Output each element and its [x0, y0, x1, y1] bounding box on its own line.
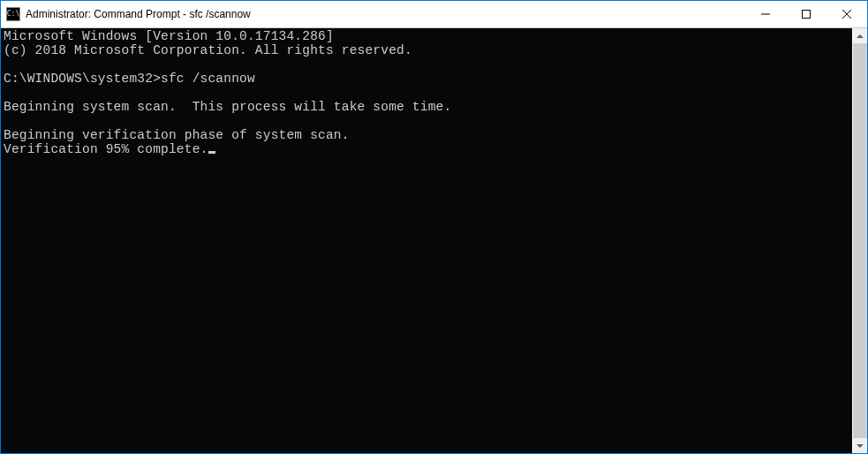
- cmd-icon-text: C:\: [7, 11, 19, 18]
- terminal-line: Microsoft Windows [Version 10.0.17134.28…: [4, 29, 334, 43]
- titlebar[interactable]: C:\ Administrator: Command Prompt - sfc …: [1, 1, 867, 27]
- close-button[interactable]: [826, 1, 867, 27]
- svg-rect-1: [803, 11, 811, 19]
- maximize-button[interactable]: [786, 1, 826, 27]
- command-prompt-window: C:\ Administrator: Command Prompt - sfc …: [0, 0, 868, 454]
- scroll-track[interactable]: [853, 43, 867, 438]
- terminal-line: Beginning system scan. This process will…: [4, 100, 451, 114]
- vertical-scrollbar[interactable]: [852, 28, 867, 453]
- window-controls: [745, 1, 867, 27]
- terminal-line: Verification 95% complete.: [4, 142, 208, 156]
- terminal-prompt: C:\WINDOWS\system32>: [4, 72, 161, 86]
- window-title: Administrator: Command Prompt - sfc /sca…: [26, 8, 251, 20]
- svg-marker-5: [857, 444, 864, 448]
- scroll-up-button[interactable]: [853, 28, 867, 43]
- svg-marker-4: [857, 34, 864, 38]
- cursor: [208, 151, 215, 154]
- scroll-down-button[interactable]: [853, 438, 867, 453]
- terminal-line: (c) 2018 Microsoft Corporation. All righ…: [4, 43, 412, 57]
- minimize-button[interactable]: [745, 1, 786, 27]
- maximize-icon: [802, 10, 811, 19]
- terminal-command: sfc /scannow: [161, 72, 255, 86]
- scroll-thumb[interactable]: [853, 43, 867, 438]
- cmd-icon: C:\: [6, 7, 20, 21]
- minimize-icon: [761, 10, 770, 19]
- content-area: Microsoft Windows [Version 10.0.17134.28…: [1, 27, 867, 453]
- terminal-output[interactable]: Microsoft Windows [Version 10.0.17134.28…: [1, 28, 852, 453]
- chevron-up-icon: [857, 34, 864, 38]
- close-icon: [842, 10, 851, 19]
- terminal-line: Beginning verification phase of system s…: [4, 128, 350, 142]
- chevron-down-icon: [857, 444, 864, 448]
